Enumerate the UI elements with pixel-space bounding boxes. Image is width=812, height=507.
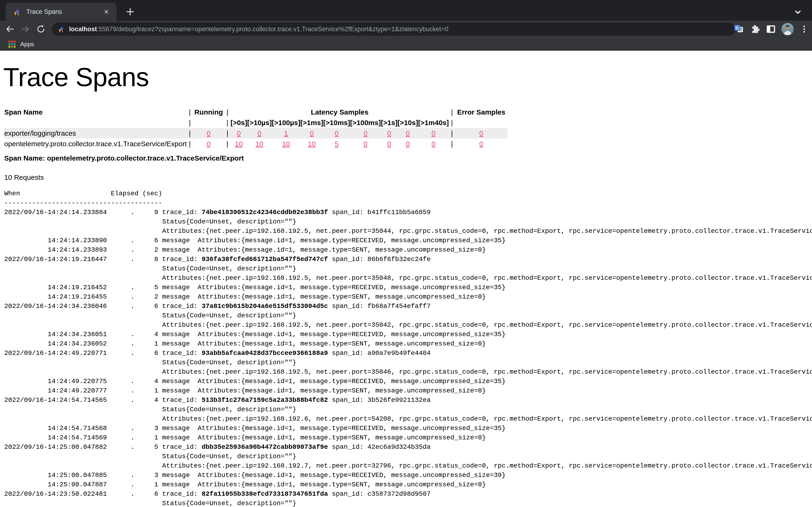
sample-count-link[interactable]: 0 — [363, 129, 367, 137]
sample-count-link[interactable]: 0 — [479, 129, 483, 137]
bookmarks-apps[interactable]: Apps — [8, 41, 34, 48]
trace-id-value: 936fa38fcfed661712ba547f5ed747cf — [202, 256, 328, 263]
log-line: Attributes:{net.peer.ip=192.168.192.5, n… — [4, 320, 812, 330]
sample-count-link[interactable]: 0 — [363, 140, 367, 148]
sample-count-link[interactable]: 0 — [207, 140, 211, 148]
sample-count-link[interactable]: 0 — [432, 129, 436, 137]
sample-count-link[interactable]: 10 — [308, 140, 315, 148]
puzzle-icon[interactable] — [750, 24, 760, 35]
sample-count-link[interactable]: 0 — [335, 129, 339, 137]
log-line: 14:24:14.233893 . 2 message Attributes:{… — [4, 245, 812, 255]
latency-bucket-count[interactable]: 10 — [272, 138, 301, 149]
sample-count-link[interactable]: 0 — [479, 140, 483, 148]
running-count[interactable]: 0 — [193, 128, 224, 138]
column-separator: | — [187, 117, 193, 128]
sample-count-link[interactable]: 0 — [387, 129, 391, 137]
latency-bucket-count[interactable]: 0 — [381, 138, 398, 149]
latency-bucket-count[interactable]: 10 — [247, 138, 272, 149]
latency-bucket-count[interactable]: 0 — [418, 138, 449, 149]
latency-bucket-count[interactable]: 0 — [350, 138, 381, 149]
latency-bucket-count[interactable]: 0 — [381, 128, 398, 138]
latency-bucket-count[interactable]: 0 — [398, 138, 418, 149]
arrow-left-icon[interactable] — [5, 24, 15, 34]
side-panel-icon[interactable] — [765, 24, 776, 35]
column-separator: | — [449, 128, 455, 138]
sample-count-link[interactable]: 0 — [257, 129, 261, 137]
sample-count-link[interactable]: 5 — [335, 140, 339, 148]
latency-bucket-count[interactable]: 10 — [300, 138, 323, 149]
log-line: Attributes:{net.peer.ip=192.168.192.5, n… — [4, 368, 812, 377]
reload-icon[interactable] — [36, 24, 46, 34]
latency-bucket-count[interactable]: 0 — [418, 128, 449, 138]
span-name: exporter/logging/traces — [4, 128, 187, 138]
arrow-right-icon[interactable] — [20, 24, 31, 34]
sample-count-link[interactable]: 0 — [406, 140, 410, 148]
latency-bucket-count[interactable]: 1 — [272, 128, 301, 138]
request-event-log: When Elapsed (sec)----------------------… — [4, 189, 812, 507]
tab-strip: Trace Spans — [0, 0, 812, 21]
svg-text:G: G — [735, 26, 739, 30]
telescope-icon — [13, 8, 21, 16]
browser-tab[interactable]: Trace Spans — [6, 3, 116, 21]
sample-count-link[interactable]: 0 — [310, 129, 314, 137]
column-separator: | — [187, 128, 193, 138]
running-count[interactable]: 0 — [193, 138, 224, 149]
chevron-down-icon[interactable] — [793, 7, 803, 17]
request-count: 10 Requests — [4, 173, 812, 181]
span-summary-row: opentelemetry.proto.collector.trace.v1.T… — [4, 138, 507, 149]
sample-count-link[interactable]: 0 — [406, 129, 410, 137]
latency-bucket-count[interactable]: 5 — [323, 138, 350, 149]
error-count[interactable]: 0 — [455, 138, 507, 149]
latency-bucket-count[interactable]: 0 — [350, 128, 381, 138]
sample-count-link[interactable]: 10 — [256, 140, 263, 148]
latency-bucket-label: [>100ms] — [350, 117, 381, 128]
log-line: Status{Code=Unset, description=""} — [4, 217, 812, 227]
user-avatar[interactable] — [781, 23, 794, 35]
log-line: 14:24:34.236052 . 1 message Attributes:{… — [4, 339, 812, 349]
latency-bucket-count[interactable]: 10 — [231, 138, 247, 149]
log-line: 14:24:19.216455 . 2 message Attributes:{… — [4, 292, 812, 301]
latency-bucket-count[interactable]: 0 — [323, 128, 350, 138]
column-header-latency-samples: Latency Samples — [231, 107, 449, 117]
apps-label: Apps — [20, 41, 34, 48]
span-detail-title: Span Name: opentelemetry.proto.collector… — [4, 154, 812, 162]
latency-bucket-label: [>1m40s] — [418, 117, 449, 128]
tab-title: Trace Spans — [26, 8, 102, 15]
log-line: 2022/09/16-14:24:54.714565 . 4 trace_id:… — [4, 396, 812, 405]
trace-id-value: 82fa11055b338efcd733187347651fda — [202, 490, 328, 498]
latency-bucket-count[interactable]: 0 — [300, 128, 323, 138]
column-header-running: Running — [193, 107, 224, 117]
latency-bucket-count[interactable]: 0 — [247, 128, 272, 138]
new-tab-button[interactable] — [124, 6, 136, 17]
log-line: Attributes:{net.peer.ip=192.168.192.5, n… — [4, 227, 812, 236]
sample-count-link[interactable]: 0 — [237, 129, 241, 137]
log-line: 14:25:00.047885 . 3 message Attributes:{… — [4, 471, 812, 480]
url-bar[interactable]: localhost:55679/debug/tracez?zspanname=o… — [52, 22, 735, 36]
url-path: :55679/debug/tracez?zspanname=openteleme… — [97, 25, 449, 33]
toolbar-actions: G — [728, 21, 810, 38]
sample-count-link[interactable]: 10 — [282, 140, 290, 148]
error-count[interactable]: 0 — [455, 128, 507, 138]
trace-id-value: 93abb5afcaa0428d37bccee9366188a9 — [202, 349, 328, 357]
close-icon[interactable] — [102, 8, 110, 16]
sample-count-link[interactable]: 1 — [284, 129, 288, 137]
sample-count-link[interactable]: 0 — [387, 140, 391, 148]
sample-count-link[interactable]: 0 — [432, 140, 436, 148]
sample-count-link[interactable]: 10 — [235, 140, 243, 148]
latency-bucket-count[interactable]: 0 — [398, 128, 418, 138]
translate-icon[interactable]: G — [733, 24, 744, 35]
column-separator: | — [187, 138, 193, 149]
log-line: 14:24:49.220777 . 1 message Attributes:{… — [4, 386, 812, 396]
latency-bucket-label: [>100µs] — [272, 117, 301, 128]
sample-count-link[interactable]: 0 — [207, 129, 211, 137]
kebab-menu-icon[interactable] — [799, 24, 810, 35]
trace-id-value: 513b3f1c276a7159c5a2a33b88b4fc82 — [202, 396, 328, 404]
log-line: Attributes:{net.peer.ip=192.168.192.7, n… — [4, 461, 812, 471]
log-line: 14:25:00.047887 . 1 message Attributes:{… — [4, 480, 812, 490]
log-line: 2022/09/16-14:24:14.233884 . 9 trace_id:… — [4, 208, 812, 217]
latency-bucket-count[interactable]: 0 — [231, 128, 247, 138]
log-line: 2022/09/16-14:24:34.236046 . 6 trace_id:… — [4, 301, 812, 311]
log-line: Status{Code=Unset, description=""} — [4, 452, 812, 461]
log-line: 2022/09/16-14:25:00.047882 . 5 trace_id:… — [4, 443, 812, 452]
column-separator: | — [224, 138, 231, 149]
